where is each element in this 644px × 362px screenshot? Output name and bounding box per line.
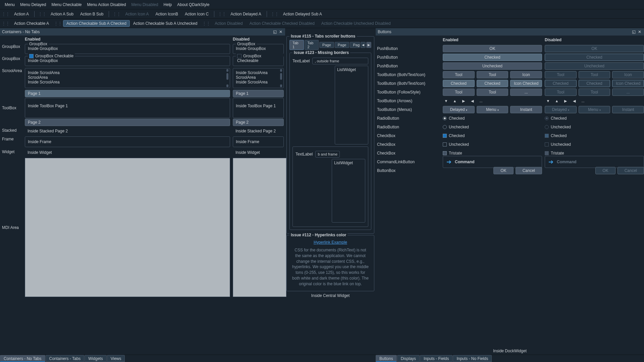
dock-titlebar-right: Buttons ◱ ✕ <box>376 28 644 36</box>
dialog-button: OK <box>595 167 615 174</box>
list-widget[interactable]: ListWidget <box>335 66 368 144</box>
tool-button[interactable]: Icon Checked <box>510 80 542 87</box>
tab-scroll-right-icon[interactable]: ▶ <box>366 42 371 48</box>
tab[interactable]: Tab 2 <box>305 40 319 50</box>
tool-button[interactable]: Tool <box>477 88 508 96</box>
list-widget[interactable]: ListWidget <box>332 159 365 223</box>
menu-item[interactable]: Menu Action Disabled <box>84 1 128 8</box>
toolbox-page-2[interactable]: Page 2 <box>25 119 230 126</box>
action-checked[interactable]: Action Checkable Sub A Checked <box>63 20 130 27</box>
tool-button[interactable]: Icon <box>510 71 542 78</box>
tab[interactable]: Inputs - Fields <box>420 355 452 362</box>
push-button[interactable]: OK <box>443 45 542 52</box>
checkbox[interactable]: Checked <box>443 133 465 138</box>
tool-button: Menu ▾ <box>579 106 610 113</box>
toolbar-grip[interactable]: ⋮⋮ <box>1 11 9 17</box>
row-label: Widget <box>0 148 23 157</box>
dock-close-icon[interactable]: ✕ <box>637 29 642 34</box>
radio-button[interactable]: Checked <box>443 116 465 121</box>
dock-title: Containers - No Tabs <box>2 29 40 34</box>
scrollarea-enabled[interactable]: Inside ScroolArea ScroolArea Inside Scro… <box>25 68 230 88</box>
menu-item[interactable]: Help <box>161 1 175 8</box>
action[interactable]: Action Delayed A <box>227 11 264 17</box>
bottom-tabs-right: Buttons Displays Inputs - Fields Inputs … <box>376 355 644 362</box>
arrow-button: ▲ <box>553 98 560 104</box>
tool-button[interactable]: Delayed ▾ <box>443 106 475 113</box>
scrollbar[interactable] <box>226 69 229 87</box>
panel-central: Issue #115 - Tabs scroller buttons Tab 1… <box>285 36 376 355</box>
tool-button[interactable]: Checked <box>477 80 508 87</box>
dock-float-icon[interactable]: ◱ <box>272 29 277 34</box>
tool-button[interactable]: Checked <box>443 80 475 87</box>
mdi-area-enabled[interactable] <box>25 158 230 297</box>
dock-float-icon[interactable]: ◱ <box>631 29 636 34</box>
dock-close-icon[interactable]: ✕ <box>278 29 283 34</box>
tool-button[interactable]: ... <box>510 88 542 96</box>
tab[interactable]: Inputs - No Fields <box>453 355 492 362</box>
toolbar-grip[interactable]: ⋮⋮ <box>1 21 9 26</box>
tab[interactable]: Displays <box>397 355 420 362</box>
action[interactable]: Action A Sub <box>47 11 77 17</box>
action[interactable]: Action IconB <box>152 11 181 17</box>
checkbox[interactable]: Unchecked <box>443 142 469 147</box>
toolbox-page-1[interactable]: Page 1 <box>25 90 230 97</box>
tab[interactable]: Page <box>335 42 350 48</box>
tab[interactable]: Page <box>319 42 334 48</box>
tool-button[interactable]: Menu ▾ <box>477 106 508 113</box>
toolbar-grip[interactable]: ⋮⋮ <box>38 11 46 17</box>
arrow-button[interactable]: ▼ <box>443 98 449 104</box>
menu-item[interactable]: Menu Delayed <box>17 1 49 8</box>
tool-button[interactable]: Tool <box>443 88 475 96</box>
action-checkable[interactable]: Action Checkable Sub A Unchecked <box>130 20 201 27</box>
groupbox-checkable-disabled: GroupBox Checkeable Inside GroupBox <box>233 56 284 66</box>
group-title: Issue #112 - Hyperlinks color <box>289 233 347 237</box>
tool-button[interactable]: Tool <box>443 71 475 78</box>
checkbox: Checked <box>545 133 567 138</box>
command-link-button[interactable]: ➔Command <box>443 156 542 168</box>
toolbar-grip[interactable]: ⋮⋮ <box>112 11 120 17</box>
radio-button[interactable]: Unchecked <box>443 125 469 129</box>
arrow-button[interactable]: ... <box>478 98 484 104</box>
toolbar-grip[interactable]: ⋮⋮ <box>54 21 62 26</box>
push-button[interactable]: Unchecked <box>443 62 542 70</box>
dock-title: Buttons <box>378 29 391 34</box>
arrow-button[interactable]: ◀ <box>469 98 476 104</box>
widget-content: Inside Widget <box>233 148 284 157</box>
text-label: TextLabel <box>292 58 310 63</box>
groupbox-disabled: GroupBox Inside GroupBox <box>233 44 284 54</box>
action[interactable]: Action A <box>11 11 32 17</box>
toolbar-grip[interactable]: ⋮⋮ <box>218 11 226 17</box>
arrow-button[interactable]: ▲ <box>451 98 458 104</box>
tab[interactable]: Containers - No Tabs <box>0 355 45 362</box>
dialog-button[interactable]: Cancel <box>516 167 542 174</box>
tab[interactable]: Containers - Tabs <box>46 355 85 362</box>
push-button[interactable]: Checked <box>443 54 542 61</box>
toolbar-grip[interactable]: ⋮⋮ <box>270 11 278 17</box>
arrow-button[interactable]: ▶ <box>460 98 467 104</box>
action[interactable]: Action B Sub <box>77 11 107 17</box>
menu-item[interactable]: Menu Checkable <box>49 1 84 8</box>
tool-button[interactable]: Instant <box>510 106 542 113</box>
arrow-button: ▶ <box>562 98 569 104</box>
groupbox-checkable-enabled[interactable]: GroupBox Checkable Inside GroupBox <box>25 56 230 66</box>
push-button: OK <box>545 45 644 52</box>
action[interactable]: Action Delayed Sub A <box>280 11 325 17</box>
action[interactable]: Action Icon C <box>181 11 212 17</box>
menu-item[interactable]: About QDarkStyle <box>174 1 212 8</box>
hyperlink[interactable]: Hyperlink Example <box>289 239 371 246</box>
groupbox-title[interactable]: GroupBox Checkable <box>28 54 75 58</box>
tab[interactable]: Tab 1 <box>289 40 304 50</box>
toolbar-grip[interactable]: ⋮⋮ <box>202 21 210 26</box>
tool-button[interactable]: Tool <box>477 71 508 78</box>
dialog-button[interactable]: OK <box>493 167 513 174</box>
checkbox[interactable]: Tristate <box>443 151 462 156</box>
tab-scroll-left-icon[interactable]: ◀ <box>361 42 366 48</box>
tab[interactable]: Views <box>107 355 125 362</box>
row-label: ScroolArea <box>0 67 23 89</box>
text-label: TextLabel <box>296 151 313 157</box>
menu-item[interactable]: Menu <box>2 1 17 8</box>
tab[interactable]: Page <box>350 42 360 48</box>
action-checkable[interactable]: Action Checkable A <box>11 20 52 27</box>
tab[interactable]: Widgets <box>85 355 106 362</box>
tab[interactable]: Buttons <box>376 355 397 362</box>
